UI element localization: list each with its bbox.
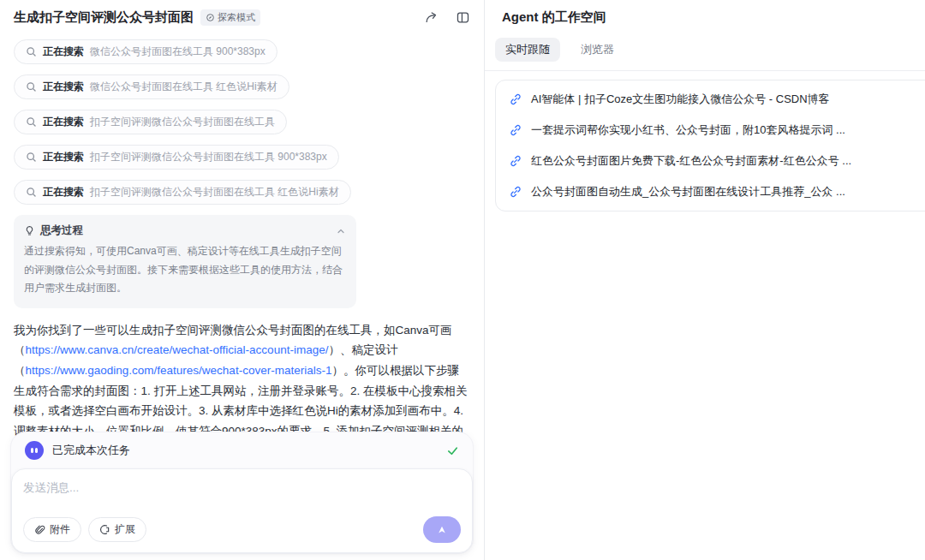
result-link[interactable]: 公众号封面图自动生成_公众号封面图在线设计工具推荐_公众 ... [496,176,925,207]
search-status-pill[interactable]: 正在搜索 扣子空间评测微信公众号封面图在线工具 红色说Hi素材 [14,180,351,205]
workspace-panel: Agent 的工作空间 实时跟随 浏览器 AI智能体 | 扣子Coze文生图功能… [485,0,925,560]
extension-label: 扩展 [115,522,135,537]
gaoding-link[interactable]: https://www.gaoding.com/features/wechat-… [26,364,332,377]
result-link-title: 公众号封面图自动生成_公众号封面图在线设计工具推荐_公众 ... [531,184,845,200]
search-query: 扣子空间评测微信公众号封面图在线工具 900*383px [90,150,327,164]
agent-avatar [25,441,44,460]
chat-header: 生成扣子空间评测公众号封面图 探索模式 [0,0,484,31]
panel-toggle-icon[interactable] [456,10,470,25]
compass-icon [206,13,215,22]
explore-mode-badge: 探索模式 [200,9,260,26]
tab-browser[interactable]: 浏览器 [570,38,624,62]
search-query: 微信公众号封面图在线工具 红色说Hi素材 [90,80,278,94]
search-query: 扣子空间评测微信公众号封面图在线工具 [90,115,275,129]
tab-realtime-follow[interactable]: 实时跟随 [495,38,560,62]
mode-badge-label: 探索模式 [218,11,255,24]
lightbulb-icon [24,225,35,236]
search-icon [26,116,37,128]
composer-area: 已完成本次任务 附件 [10,432,474,554]
search-prefix: 正在搜索 [43,80,84,94]
search-prefix: 正在搜索 [43,115,84,129]
thinking-process-box: 思考过程 通过搜索得知，可使用Canva可画、稿定设计等在线工具生成扣子空间的评… [14,215,356,308]
chat-panel: 生成扣子空间评测公众号封面图 探索模式 [0,0,485,560]
result-link-title: 红色公众号封面图片免费下载-红色公众号封面素材-红色公众号 ... [531,153,851,169]
search-icon [26,187,37,198]
thinking-title: 思考过程 [40,223,83,238]
result-link-title: AI智能体 | 扣子Coze文生图功能接入微信公众号 - CSDN博客 [531,92,830,107]
check-icon [446,444,459,457]
task-status-card: 已完成本次任务 附件 [10,432,474,554]
task-status-row[interactable]: 已完成本次任务 [11,432,473,468]
link-chain-icon [510,93,522,105]
search-row: 正在搜索 扣子空间评测微信公众号封面图在线工具 900*383px [14,145,470,170]
search-query: 微信公众号封面图在线工具 900*383px [90,45,266,59]
share-icon[interactable] [424,10,439,25]
send-button[interactable] [423,516,461,543]
search-row: 正在搜索 微信公众号封面图在线工具 900*383px [14,39,470,64]
search-icon [26,81,37,92]
result-link-title: 一套提示词帮你实现小红书、公众号封面，附10套风格提示词 ... [531,122,845,138]
search-status-pill[interactable]: 正在搜索 微信公众号封面图在线工具 900*383px [14,39,278,64]
thinking-body: 通过搜索得知，可使用Canva可画、稿定设计等在线工具生成扣子空间的评测微信公众… [24,242,346,298]
thinking-header[interactable]: 思考过程 [24,223,346,238]
send-arrow-icon [436,524,448,536]
link-chain-icon [510,186,522,198]
message-composer: 附件 扩展 [11,468,473,553]
result-link[interactable]: AI智能体 | 扣子Coze文生图功能接入微信公众号 - CSDN博客 [496,84,925,115]
link-chain-icon [510,124,522,136]
app: 生成扣子空间评测公众号封面图 探索模式 [0,0,925,560]
workspace-tabs: 实时跟随 浏览器 [485,33,925,71]
attachment-label: 附件 [50,522,70,537]
search-prefix: 正在搜索 [43,150,84,164]
search-icon [26,152,37,163]
header-actions [424,10,470,25]
search-row: 正在搜索 扣子空间评测微信公众号封面图在线工具 红色说Hi素材 [14,180,470,205]
attachment-button[interactable]: 附件 [23,517,81,542]
search-results-card: AI智能体 | 扣子Coze文生图功能接入微信公众号 - CSDN博客 一套提示… [495,80,925,211]
canva-link[interactable]: https://www.canva.cn/create/wechat-offic… [26,343,329,356]
search-icon [26,46,37,57]
search-prefix: 正在搜索 [43,45,84,59]
composer-actions: 附件 扩展 [23,516,461,543]
search-status-pill[interactable]: 正在搜索 扣子空间评测微信公众号封面图在线工具 [14,110,287,134]
search-status-pill[interactable]: 正在搜索 扣子空间评测微信公众号封面图在线工具 900*383px [14,145,339,170]
result-link[interactable]: 一套提示词帮你实现小红书、公众号封面，附10套风格提示词 ... [496,115,925,146]
workspace-title: Agent 的工作空间 [485,0,925,33]
message-input[interactable] [23,480,461,516]
page-title: 生成扣子空间评测公众号封面图 [14,9,194,26]
search-query: 扣子空间评测微信公众号封面图在线工具 红色说Hi素材 [90,185,339,200]
search-status-pill[interactable]: 正在搜索 微信公众号封面图在线工具 红色说Hi素材 [14,74,289,99]
search-prefix: 正在搜索 [43,185,84,200]
extension-button[interactable]: 扩展 [88,517,146,542]
search-row: 正在搜索 扣子空间评测微信公众号封面图在线工具 [14,110,470,134]
result-link[interactable]: 红色公众号封面图片免费下载-红色公众号封面素材-红色公众号 ... [496,146,925,176]
search-row: 正在搜索 微信公众号封面图在线工具 红色说Hi素材 [14,74,470,99]
task-status-text: 已完成本次任务 [52,443,130,458]
paperclip-icon [34,524,45,535]
extension-icon [99,524,110,535]
chevron-up-icon[interactable] [336,226,346,236]
link-chain-icon [510,155,522,167]
